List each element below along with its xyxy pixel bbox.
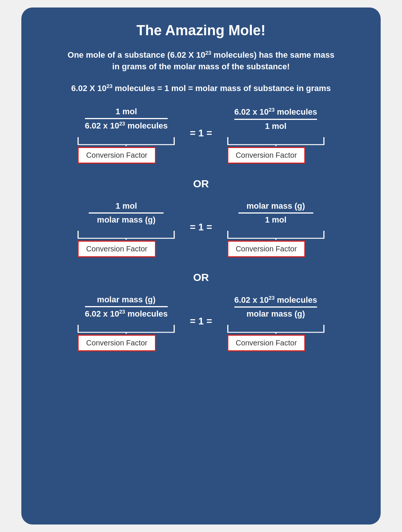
section-3: molar mass (g) 6.02 x 1023 molecules Con… <box>44 295 358 355</box>
right-conversion-box-2: Conversion Factor <box>227 241 305 257</box>
main-title: The Amazing Mole! <box>137 22 266 39</box>
subtitle: One mole of a substance (6.02 X 1023 mol… <box>68 49 335 73</box>
left-bracket-svg-1 <box>74 136 179 146</box>
section-2: 1 mol molar mass (g) Conversion Factor =… <box>44 201 358 261</box>
left-fraction-group-2: 1 mol molar mass (g) Conversion Factor <box>74 201 179 257</box>
right-num-3: 6.02 x 1023 molecules <box>234 295 317 306</box>
left-fraction-3: molar mass (g) 6.02 x 1023 molecules <box>85 295 168 319</box>
left-num-3: molar mass (g) <box>97 295 156 306</box>
right-fraction-1: 6.02 x 1023 molecules 1 mol <box>234 107 317 131</box>
main-card: The Amazing Mole! One mole of a substanc… <box>21 7 381 525</box>
left-den-2: molar mass (g) <box>97 214 156 225</box>
right-bracket-svg-1 <box>223 136 328 146</box>
right-den-3: molar mass (g) <box>246 308 305 319</box>
right-fraction-3: 6.02 x 1023 molecules molar mass (g) <box>234 295 317 319</box>
left-bracket-box-1: Conversion Factor <box>74 136 179 164</box>
right-fraction-group-1: 6.02 x 1023 molecules 1 mol Conversion F… <box>223 107 328 163</box>
right-bracket-svg-3 <box>223 323 328 334</box>
left-bracket-box-3: Conversion Factor <box>74 323 179 351</box>
left-num-2: 1 mol <box>116 201 137 212</box>
right-fraction-group-3: 6.02 x 1023 molecules molar mass (g) Con… <box>223 295 328 351</box>
right-conversion-box-3: Conversion Factor <box>227 335 305 351</box>
left-fraction-group-3: molar mass (g) 6.02 x 1023 molecules Con… <box>74 295 179 351</box>
left-bracket-svg-3 <box>74 323 179 334</box>
right-bracket-box-2: Conversion Factor <box>223 229 328 257</box>
fractions-row-3: molar mass (g) 6.02 x 1023 molecules Con… <box>44 295 358 351</box>
left-conversion-box-3: Conversion Factor <box>77 335 156 351</box>
or-divider-2: OR <box>193 272 209 284</box>
section-1: 1 mol 6.02 x 1023 molecules Conversion F… <box>44 107 358 167</box>
left-den-3: 6.02 x 1023 molecules <box>85 307 168 319</box>
fractions-row-2: 1 mol molar mass (g) Conversion Factor =… <box>44 201 358 257</box>
right-bracket-svg-2 <box>223 229 328 240</box>
right-fraction-group-2: molar mass (g) 1 mol Conversion Factor <box>223 201 328 257</box>
left-bracket-box-2: Conversion Factor <box>74 229 179 257</box>
left-bracket-svg-2 <box>74 229 179 240</box>
right-bracket-box-1: Conversion Factor <box>223 136 328 164</box>
equals-2: = 1 = <box>190 221 212 237</box>
right-bracket-box-3: Conversion Factor <box>223 323 328 351</box>
left-fraction-1: 1 mol 6.02 x 1023 molecules <box>85 107 168 131</box>
equals-1: = 1 = <box>190 127 212 143</box>
right-num-2: molar mass (g) <box>246 201 305 212</box>
right-den-2: 1 mol <box>265 214 286 225</box>
right-conversion-box-1: Conversion Factor <box>227 147 305 164</box>
right-fraction-2: molar mass (g) 1 mol <box>238 201 313 225</box>
left-den-1: 6.02 x 1023 molecules <box>85 119 168 131</box>
left-conversion-box-1: Conversion Factor <box>77 147 156 164</box>
left-fraction-2: 1 mol molar mass (g) <box>89 201 164 225</box>
equation: 6.02 X 1023 molecules = 1 mol = molar ma… <box>71 83 331 93</box>
right-den-1: 1 mol <box>265 120 286 131</box>
left-fraction-group-1: 1 mol 6.02 x 1023 molecules Conversion F… <box>74 107 179 163</box>
or-divider-1: OR <box>193 178 209 190</box>
left-num-1: 1 mol <box>116 107 137 118</box>
equals-3: = 1 = <box>190 315 212 331</box>
right-num-1: 6.02 x 1023 molecules <box>234 107 317 118</box>
fractions-row-1: 1 mol 6.02 x 1023 molecules Conversion F… <box>44 107 358 163</box>
left-conversion-box-2: Conversion Factor <box>77 241 156 257</box>
